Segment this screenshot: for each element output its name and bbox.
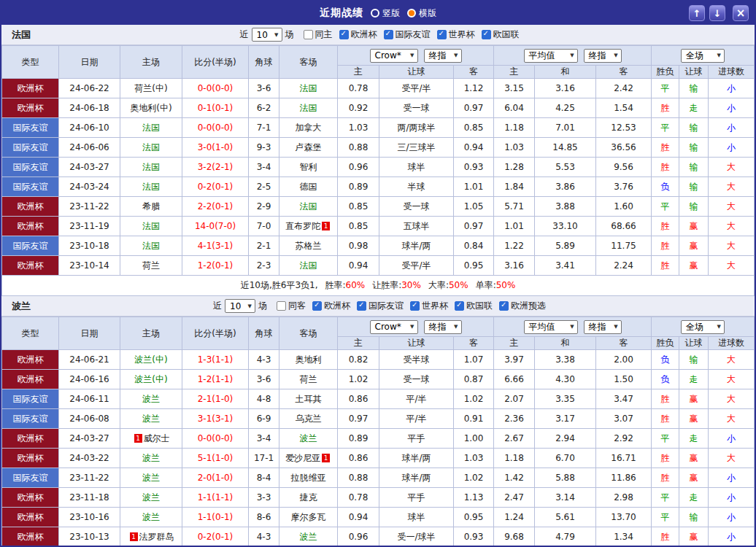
euro-stage-select[interactable]: 终指▼ bbox=[584, 320, 622, 334]
checkbox-label: 世界杯 bbox=[422, 300, 448, 312]
col-header-home: 主场 bbox=[120, 317, 182, 350]
red-card-icon: 1 bbox=[130, 532, 138, 541]
euro-away-odds-cell: 2.24 bbox=[596, 256, 652, 276]
team-label: 加拿大 bbox=[296, 123, 322, 133]
checkbox-label: 欧国联 bbox=[493, 28, 520, 41]
euro-home-odds-cell: 2.47 bbox=[494, 488, 535, 508]
handicap-result-cell: 赢 bbox=[679, 449, 709, 468]
asian-bookmaker-select[interactable]: Crow*▼ bbox=[370, 49, 418, 63]
league-checkbox[interactable]: 欧洲预选 bbox=[499, 300, 546, 312]
euro-home-odds-cell: 3.16 bbox=[494, 256, 535, 276]
layout-radio-horizontal[interactable]: 横版 bbox=[407, 7, 436, 20]
league-checkbox[interactable]: 国际友谊 bbox=[357, 300, 404, 312]
asian-handicap-cell: 平/半 bbox=[379, 409, 454, 429]
euro-home-odds-cell: 1.28 bbox=[494, 158, 535, 177]
league-checkbox[interactable]: 欧国联 bbox=[482, 28, 520, 41]
date-cell: 24-06-10 bbox=[59, 118, 120, 138]
sub-col-header: 客 bbox=[454, 337, 494, 350]
sub-col-header: 客 bbox=[454, 66, 494, 79]
match-count-select[interactable]: 10▼ bbox=[225, 299, 255, 313]
match-row: 国际友谊 24-03-24 法国 0-2(0-1) 2-5 德国 0.89 半球… bbox=[2, 177, 755, 197]
score-cell: 2-2(0-1) bbox=[182, 197, 249, 217]
same-venue-checkbox[interactable]: 同客 bbox=[277, 300, 306, 312]
asian-bookmaker-select[interactable]: Crow*▼ bbox=[370, 320, 418, 334]
result-cell: 负 bbox=[652, 370, 679, 389]
scroll-up-button[interactable]: ↑ bbox=[689, 5, 705, 21]
team-label: 荷兰 bbox=[142, 260, 160, 271]
euro-home-odds-cell: 1.18 bbox=[494, 449, 535, 468]
result-cell: 平 bbox=[652, 197, 679, 217]
checkbox-checked-icon bbox=[410, 301, 420, 311]
close-button[interactable]: × bbox=[733, 5, 749, 21]
team-name: 法国 bbox=[12, 28, 31, 42]
checkbox-checked-icon bbox=[357, 301, 366, 311]
euro-draw-odds-cell: 3.14 bbox=[535, 488, 596, 508]
sub-col-header: 和 bbox=[535, 66, 596, 79]
same-venue-checkbox[interactable]: 同主 bbox=[304, 28, 333, 41]
euro-away-odds-cell: 2.98 bbox=[596, 488, 652, 508]
handicap-result-cell: 输 bbox=[679, 138, 709, 158]
scroll-down-button[interactable]: ↓ bbox=[709, 5, 725, 21]
handicap-result-cell: 输 bbox=[679, 508, 709, 527]
league-checkbox[interactable]: 世界杯 bbox=[410, 300, 448, 312]
corner-cell: 3-4 bbox=[249, 429, 279, 449]
match-type-cell: 欧洲杯 bbox=[2, 217, 59, 236]
team-label: 法国 bbox=[142, 182, 160, 192]
euro-source-select[interactable]: 平均值▼ bbox=[524, 320, 578, 334]
euro-away-odds-cell: 3.07 bbox=[596, 409, 652, 429]
euro-stage-select[interactable]: 终指▼ bbox=[584, 49, 622, 63]
asian-away-odds-cell: 0.87 bbox=[454, 370, 494, 389]
league-checkbox[interactable]: 世界杯 bbox=[437, 28, 475, 41]
asian-stage-select[interactable]: 终指▼ bbox=[424, 49, 462, 63]
score-cell: 3-0(1-0) bbox=[182, 138, 249, 158]
match-type-cell: 国际友谊 bbox=[2, 158, 59, 177]
score-cell: 3-2(2-1) bbox=[182, 158, 249, 177]
euro-odds-group-header: 平均值▼ 终指▼ bbox=[494, 46, 652, 66]
team-label: 荷兰(中) bbox=[134, 83, 167, 93]
handicap-result-cell: 走 bbox=[679, 429, 709, 449]
euro-draw-odds-cell: 2.94 bbox=[535, 429, 596, 449]
league-checkbox[interactable]: 国际友谊 bbox=[384, 28, 431, 41]
league-checkbox[interactable]: 欧洲杯 bbox=[339, 28, 377, 41]
asian-away-odds-cell: 1.00 bbox=[454, 429, 494, 449]
up-arrow-icon: ↑ bbox=[693, 8, 701, 19]
match-count-select[interactable]: 10▼ bbox=[252, 28, 282, 42]
goals-result-cell: 大 bbox=[709, 158, 755, 177]
league-checkbox[interactable]: 欧国联 bbox=[455, 300, 493, 312]
layout-radio-vertical[interactable]: 竖版 bbox=[371, 7, 400, 20]
result-cell: 胜 bbox=[652, 389, 679, 409]
euro-source-select[interactable]: 平均值▼ bbox=[524, 49, 578, 63]
match-row: 欧洲杯 23-10-14 荷兰 1-2(0-1) 2-3 法国 0.94 受平/… bbox=[2, 256, 755, 276]
team-label: 波兰 bbox=[300, 433, 317, 443]
league-checkbox[interactable]: 欧洲杯 bbox=[312, 300, 350, 312]
score-cell: 0-0(0-0) bbox=[182, 118, 249, 138]
result-cell: 胜 bbox=[652, 527, 679, 547]
result-cell: 胜 bbox=[652, 449, 679, 468]
checkbox-checked-icon bbox=[339, 30, 349, 39]
score-cell: 4-1(3-1) bbox=[182, 236, 249, 256]
handicap-result-cell: 走 bbox=[679, 370, 709, 389]
asian-away-odds-cell: 1.02 bbox=[454, 389, 494, 409]
corner-cell: 6-9 bbox=[249, 409, 279, 429]
match-type-cell: 国际友谊 bbox=[2, 236, 59, 256]
score-cell: 0-2(0-1) bbox=[182, 527, 249, 547]
goals-result-cell: 小 bbox=[709, 118, 755, 138]
scope-select[interactable]: 全场▼ bbox=[681, 49, 725, 63]
sub-col-header: 让球 bbox=[679, 66, 709, 79]
match-type-cell: 国际友谊 bbox=[2, 138, 59, 158]
matches-table: 类型 日期 主场 比分(半场) 角球 客场 Crow*▼ 终指▼ 平均值 bbox=[1, 45, 755, 296]
asian-odds-group-header: Crow*▼ 终指▼ bbox=[338, 317, 494, 337]
euro-draw-odds-cell: 3.16 bbox=[535, 79, 596, 98]
asian-handicap-cell: 受一球 bbox=[379, 197, 454, 217]
asian-away-odds-cell: 0.97 bbox=[454, 217, 494, 236]
chevron-down-icon: ▼ bbox=[410, 324, 414, 330]
chevron-down-icon: ▼ bbox=[614, 324, 617, 330]
score-cell: 2-0(1-0) bbox=[182, 468, 249, 488]
checkbox-checked-icon bbox=[384, 30, 393, 39]
red-card-icon: 1 bbox=[322, 222, 330, 230]
scope-select[interactable]: 全场▼ bbox=[681, 320, 725, 334]
chevron-down-icon: ▼ bbox=[454, 53, 458, 58]
euro-away-odds-cell: 9.56 bbox=[596, 158, 652, 177]
euro-draw-odds-cell: 4.30 bbox=[535, 370, 596, 389]
asian-stage-select[interactable]: 终指▼ bbox=[424, 320, 462, 334]
